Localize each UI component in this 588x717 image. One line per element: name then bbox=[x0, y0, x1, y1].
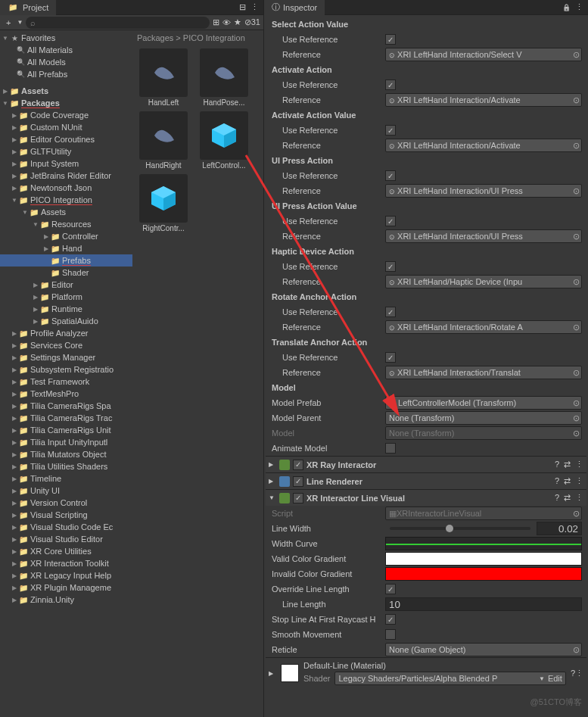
breadcrumb-1[interactable]: PICO Integration bbox=[183, 33, 245, 42]
preset-icon[interactable] bbox=[564, 460, 571, 469]
override-length-checkbox[interactable] bbox=[385, 584, 396, 594]
package-item[interactable]: ▶Subsystem Registratio bbox=[0, 363, 132, 376]
package-item[interactable]: ▶Tilia CameraRigs Spa bbox=[0, 400, 132, 412]
package-item[interactable]: ▶Tilia Mutators Object bbox=[0, 448, 132, 460]
help-icon[interactable] bbox=[555, 460, 559, 469]
package-item[interactable]: ▶Version Control bbox=[0, 497, 132, 509]
picker-icon[interactable]: ⊙ bbox=[573, 413, 580, 423]
add-button[interactable]: + bbox=[3, 18, 14, 27]
package-item[interactable]: ▶Visual Studio Code Ec bbox=[0, 521, 132, 533]
reference-field[interactable]: XRI LeftHand/Haptic Device (Inpu⊙ bbox=[385, 275, 582, 288]
asset-item[interactable]: HandPose... bbox=[196, 48, 252, 107]
pico-assets[interactable]: ▼Assets bbox=[0, 206, 132, 218]
package-item[interactable]: ▶Tilia CameraRigs Unit bbox=[0, 424, 132, 436]
picker-icon[interactable]: ⊙ bbox=[573, 186, 580, 196]
res-shader[interactable]: Shader bbox=[0, 267, 132, 279]
reference-field[interactable]: XRI LeftHand Interaction/Activate⊙ bbox=[385, 93, 582, 107]
xr-ray-interactor-header[interactable]: ▶ XR Ray Interactor bbox=[266, 456, 586, 472]
asset-item[interactable]: HandLeft bbox=[135, 48, 191, 107]
inspector-tab[interactable]: ⓘ Inspector bbox=[264, 0, 325, 15]
reference-field[interactable]: XRI LeftHand Interaction/UI Press⊙ bbox=[385, 229, 582, 243]
use-reference-checkbox[interactable] bbox=[385, 34, 396, 45]
picker-icon[interactable]: ⊙ bbox=[573, 95, 580, 105]
line-width-input[interactable] bbox=[537, 522, 582, 535]
material-header[interactable]: ▶ Default-Line (Material) Shader Legacy … bbox=[266, 657, 586, 688]
picker-icon[interactable]: ⊙ bbox=[573, 232, 580, 242]
context-menu-icon[interactable] bbox=[575, 493, 583, 503]
package-item[interactable]: ▶SpatialAuido bbox=[0, 315, 132, 327]
asset-item[interactable]: LeftControl... bbox=[196, 111, 252, 170]
use-reference-checkbox[interactable] bbox=[385, 307, 396, 317]
package-item[interactable]: ▶XR Core Utilities bbox=[0, 545, 132, 557]
use-reference-checkbox[interactable] bbox=[385, 352, 396, 363]
preset-icon[interactable] bbox=[564, 476, 571, 486]
package-item[interactable]: ▶Zinnia.Unity bbox=[0, 594, 132, 606]
asset-item[interactable]: HandRight bbox=[135, 111, 191, 170]
preset-icon[interactable] bbox=[564, 493, 571, 503]
res-controller[interactable]: ▶Controller bbox=[0, 230, 132, 242]
smooth-checkbox[interactable] bbox=[385, 629, 396, 640]
package-item[interactable]: ▶Input System bbox=[0, 157, 132, 170]
invalid-color-field[interactable] bbox=[385, 567, 582, 581]
picker-icon[interactable]: ⊙ bbox=[573, 323, 580, 332]
package-item[interactable]: ▶GLTFUtility bbox=[0, 145, 132, 157]
star-filter-icon[interactable]: ★ bbox=[234, 17, 241, 27]
use-reference-checkbox[interactable] bbox=[385, 261, 396, 272]
animate-model-checkbox[interactable] bbox=[385, 443, 396, 454]
project-tab[interactable]: Project bbox=[0, 0, 56, 15]
component-enable-checkbox[interactable] bbox=[293, 460, 303, 470]
reticle-field[interactable]: None (Game Object)⊙ bbox=[385, 643, 582, 656]
use-reference-checkbox[interactable] bbox=[385, 125, 396, 136]
package-item[interactable]: ▶XR Interaction Toolkit bbox=[0, 557, 132, 569]
reference-field[interactable]: XRI LeftHand Interaction/Rotate A⊙ bbox=[385, 320, 582, 334]
package-item[interactable]: ▶Services Core bbox=[0, 339, 132, 351]
component-enable-checkbox[interactable] bbox=[293, 476, 303, 487]
use-reference-checkbox[interactable] bbox=[385, 79, 396, 90]
valid-color-field[interactable] bbox=[385, 552, 582, 566]
picker-icon[interactable]: ⊙ bbox=[573, 50, 580, 60]
component-enable-checkbox[interactable] bbox=[293, 493, 303, 503]
use-reference-checkbox[interactable] bbox=[385, 170, 396, 181]
help-icon[interactable] bbox=[555, 493, 559, 503]
package-item[interactable]: ▶Editor Coroutines bbox=[0, 133, 132, 145]
package-item[interactable]: ▶Tilia Utilities Shaders bbox=[0, 460, 132, 472]
picker-icon[interactable]: ⊙ bbox=[573, 368, 580, 378]
menu-icon[interactable] bbox=[575, 2, 583, 12]
search-input[interactable]: ⌕ bbox=[26, 17, 209, 29]
picker-icon[interactable]: ⊙ bbox=[573, 645, 580, 655]
width-curve-field[interactable] bbox=[385, 537, 582, 550]
package-item[interactable]: ▶Editor bbox=[0, 279, 132, 291]
pico-resources[interactable]: ▼Resources bbox=[0, 218, 132, 230]
package-item[interactable]: ▶Visual Studio Editor bbox=[0, 533, 132, 545]
stop-line-checkbox[interactable] bbox=[385, 614, 396, 625]
package-item[interactable]: ▶Runtime bbox=[0, 303, 132, 315]
asset-item[interactable]: RightContr... bbox=[135, 174, 191, 232]
breadcrumb-0[interactable]: Packages bbox=[137, 33, 173, 42]
package-item[interactable]: ▶XR Plugin Manageme bbox=[0, 581, 132, 594]
package-item[interactable]: ▶Tilia Input UnityInputl bbox=[0, 436, 132, 448]
fav-all-prefabs[interactable]: All Prefabs bbox=[0, 68, 132, 80]
pico-integration[interactable]: ▼PICO Integration bbox=[0, 194, 132, 206]
context-menu-icon[interactable] bbox=[575, 460, 583, 469]
package-item[interactable]: ▶Settings Manager bbox=[0, 351, 132, 363]
packages-root[interactable]: ▼Packages bbox=[0, 97, 132, 109]
lock-icon[interactable] bbox=[562, 2, 571, 12]
context-menu-icon[interactable] bbox=[575, 669, 583, 678]
fav-all-materials[interactable]: All Materials bbox=[0, 44, 132, 56]
menu-icon[interactable] bbox=[250, 2, 259, 12]
assets-root[interactable]: ▶Assets bbox=[0, 85, 132, 97]
reference-field[interactable]: XRI LeftHand Interaction/Translat⊙ bbox=[385, 366, 582, 379]
package-item[interactable]: ▶Custom NUnit bbox=[0, 121, 132, 133]
line-renderer-header[interactable]: ▶ Line Renderer bbox=[266, 472, 586, 489]
use-reference-checkbox[interactable] bbox=[385, 216, 396, 226]
package-item[interactable]: ▶Newtonsoft Json bbox=[0, 182, 132, 194]
package-item[interactable]: ▶Visual Scripting bbox=[0, 509, 132, 521]
fav-all-models[interactable]: All Models bbox=[0, 56, 132, 68]
package-item[interactable]: ▶TextMeshPro bbox=[0, 388, 132, 400]
model-parent-field[interactable]: None (Transform)⊙ bbox=[385, 411, 582, 425]
filter-icon[interactable]: ⊞ bbox=[213, 17, 219, 27]
res-hand[interactable]: ▶Hand bbox=[0, 242, 132, 254]
reference-field[interactable]: XRI LeftHand Interaction/UI Press⊙ bbox=[385, 184, 582, 198]
xr-line-visual-header[interactable]: ▼ XR Interactor Line Visual bbox=[266, 489, 586, 506]
model-prefab-field[interactable]: ⚹ LeftControllerModel (Transform)⊙ bbox=[385, 396, 582, 410]
